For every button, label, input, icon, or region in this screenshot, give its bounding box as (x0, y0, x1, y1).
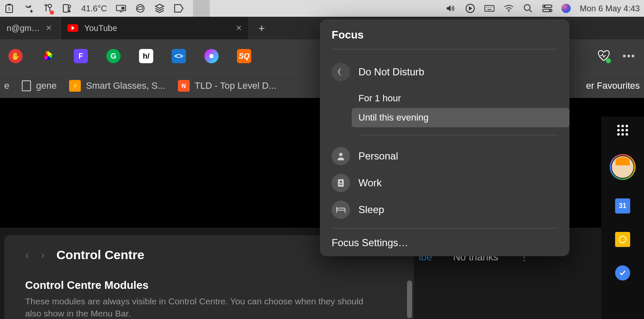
doc-icon (22, 80, 31, 91)
bed-icon (332, 201, 350, 219)
moon-icon (332, 63, 350, 81)
wifi-icon[interactable] (504, 3, 514, 13)
more-icon[interactable]: ••• (623, 50, 636, 62)
macos-menubar: 5 41.6°C (0, 0, 644, 17)
stack-icon[interactable] (155, 3, 165, 13)
tld-favicon: N (178, 80, 190, 92)
tab-title: n@gm… (7, 23, 40, 33)
h-extension-icon[interactable]: h/ (139, 49, 153, 63)
svg-text:5: 5 (8, 7, 10, 11)
play-circle-icon[interactable] (465, 3, 475, 13)
focus-sleep[interactable]: Sleep (320, 196, 569, 223)
svg-point-3 (48, 4, 52, 8)
svg-point-20 (544, 5, 546, 7)
clock-text[interactable]: Mon 6 May 4:43 (580, 4, 640, 13)
new-tab-button[interactable]: + (249, 22, 274, 35)
svg-rect-8 (121, 7, 124, 9)
close-icon[interactable]: ✕ (46, 23, 52, 33)
google-tasks-icon[interactable] (615, 265, 630, 280)
focus-popover: Focus Do Not Disturb For 1 hour Until th… (320, 19, 569, 256)
grammarly-extension-icon[interactable]: G (106, 49, 121, 63)
clipboard-icon[interactable]: 5 (4, 3, 14, 13)
svg-point-17 (508, 11, 509, 12)
creative-cloud-icon[interactable] (135, 3, 145, 13)
tab-gmail[interactable]: n@gm… ✕ (0, 17, 61, 39)
user-avatar[interactable] (610, 154, 636, 180)
section-description: These modules are always visible in Cont… (25, 295, 373, 319)
svg-rect-4 (63, 5, 68, 12)
siri-icon[interactable] (562, 4, 571, 13)
bookmark-favourites[interactable]: er Favourites (586, 80, 640, 91)
form-extension-icon[interactable]: F (74, 49, 88, 63)
google-keep-icon[interactable] (615, 232, 630, 247)
svg-point-13 (488, 7, 489, 8)
svg-point-15 (492, 7, 492, 8)
stop-extension-icon[interactable]: ✋ (8, 49, 23, 63)
bookmark-tld[interactable]: N TLD - Top Level D... (178, 80, 276, 92)
svg-point-14 (489, 7, 490, 8)
scrollbar-thumb[interactable] (407, 280, 412, 318)
svg-point-22 (549, 10, 551, 11)
sg-favicon: ⚡ (69, 80, 81, 92)
focus-work[interactable]: Work (320, 170, 569, 196)
close-icon[interactable]: ✕ (236, 23, 242, 33)
svg-rect-11 (484, 5, 494, 11)
apps-grid-icon[interactable] (617, 125, 628, 136)
svg-rect-16 (487, 9, 491, 10)
youtube-icon (67, 24, 78, 32)
display-icon[interactable] (116, 3, 126, 13)
focus-settings-link[interactable]: Focus Settings… (320, 234, 569, 249)
svg-rect-26 (339, 184, 343, 185)
popover-title: Focus (332, 28, 558, 49)
code-extension-icon[interactable]: <> (172, 49, 186, 63)
tag-icon[interactable] (174, 3, 184, 13)
temp-sensor-icon[interactable] (62, 3, 72, 13)
temperature-text[interactable]: 41.6°C (81, 4, 107, 13)
svg-point-25 (340, 181, 342, 183)
google-calendar-icon[interactable]: 31 (615, 198, 630, 214)
forward-chevron-icon[interactable]: › (41, 248, 44, 262)
tab-title: YouTube (84, 23, 117, 33)
person-icon (332, 147, 350, 165)
svg-rect-24 (338, 179, 344, 187)
divider (332, 228, 558, 229)
dnd-until-evening[interactable]: Until this evening (352, 108, 569, 127)
colorwheel-extension-icon[interactable] (41, 49, 55, 63)
focus-do-not-disturb[interactable]: Do Not Disturb (320, 59, 569, 85)
cat-download-icon[interactable] (23, 3, 33, 13)
search-icon[interactable] (523, 3, 533, 13)
bookmark-e[interactable]: e (4, 80, 9, 91)
svg-point-6 (69, 10, 71, 13)
tools-icon[interactable] (43, 3, 53, 13)
bookmark-smart-glasses[interactable]: ⚡ Smart Glasses, S... (69, 80, 165, 92)
section-title: Control Centre Modules (25, 279, 393, 292)
svg-rect-1 (8, 4, 11, 5)
heart-monitor-icon[interactable] (598, 50, 610, 62)
gradient-extension-icon[interactable] (204, 49, 219, 63)
sound-icon[interactable] (446, 3, 456, 13)
control-centre-icon[interactable] (542, 3, 552, 13)
sq-extension-icon[interactable]: SQ (237, 49, 251, 63)
badge-icon (332, 174, 350, 192)
focus-personal[interactable]: Personal (320, 143, 569, 170)
keyboard-icon[interactable] (484, 3, 495, 13)
dnd-for-1-hour[interactable]: For 1 hour (352, 89, 558, 108)
svg-point-18 (524, 5, 530, 10)
svg-point-12 (486, 7, 487, 8)
google-sidebar: 31 (601, 116, 644, 319)
back-chevron-icon[interactable]: ‹ (25, 248, 29, 262)
bookmark-gene[interactable]: gene (22, 80, 57, 91)
focus-moon-icon[interactable] (193, 0, 210, 17)
svg-point-23 (339, 153, 343, 156)
panel-title: Control Centre (57, 248, 144, 262)
tab-youtube[interactable]: YouTube ✕ (61, 17, 249, 39)
